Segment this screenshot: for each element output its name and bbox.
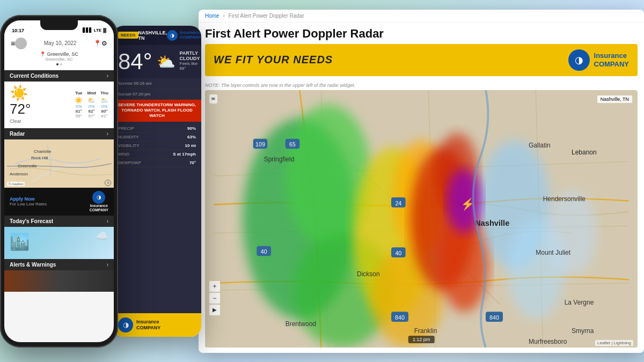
phone-frame: 10:17 ▋▋▋ LTE ▓ ≡ May 10, 2022 📍 ⚙ 📍: [0, 15, 118, 348]
radar-map[interactable]: Charlotte Rock Hill Greenville Anderson …: [4, 139, 114, 188]
ad-banner[interactable]: Apply Now For Low Low Rates ◑ InsuranceC…: [4, 188, 114, 216]
zoom-out-button[interactable]: −: [209, 293, 220, 304]
website-ad-logo-text: InsuranceCOMPANY: [594, 51, 629, 68]
todays-forecast-header[interactable]: Today's Forecast ›: [4, 216, 114, 227]
mid-conditions: PARTLY CLOUDY Feels like 88°: [180, 50, 200, 71]
mid-humidity-row: HUMIDITY 63%: [118, 133, 196, 142]
radar-nashville-label: Nashville, TN: [597, 95, 632, 103]
play-button[interactable]: ▶: [209, 305, 220, 315]
breadcrumb-home[interactable]: Home: [205, 13, 219, 19]
radar-timestamp: 1:12 pm: [408, 336, 435, 343]
svg-text:65: 65: [289, 141, 296, 147]
radar-legend: ✉: [209, 94, 217, 104]
radar-attribution: Leaflet | Lightning: [595, 340, 633, 346]
location-pin-icon[interactable]: 📍: [93, 40, 101, 47]
mid-ad-text: InsuranceCOMPANY: [136, 319, 160, 331]
hamburger-icon[interactable]: ≡: [11, 39, 15, 48]
website-ad-logo: ◑ InsuranceCOMPANY: [568, 49, 629, 71]
status-icons: ▋▋▋ LTE ▓: [83, 28, 106, 33]
needs-badge: NEEDS: [118, 32, 138, 39]
forecast-wed: Wed ⛅ 0% 82° 57°: [87, 91, 96, 119]
insurance-logo-text: InsuranceCOMPANY: [90, 204, 108, 213]
alerts-image: [4, 270, 114, 292]
forecast-image: 🏙️ ☁️: [4, 227, 114, 259]
svg-text:Dickson: Dickson: [357, 270, 380, 277]
mid-weather: 84° ⛅ PARTLY CLOUDY Feels like 88°: [113, 45, 201, 78]
insurance-logo-icon: ◑: [92, 191, 105, 204]
signal-icon: ▋▋▋: [83, 28, 92, 33]
radar-controls[interactable]: + − ▶: [209, 281, 220, 315]
charlotte-label: Charlotte: [34, 149, 51, 154]
svg-text:Gallatin: Gallatin: [529, 141, 551, 149]
phone-location: 📍 Greenville, SC: [40, 51, 78, 57]
svg-text:40: 40: [261, 248, 267, 255]
svg-text:Springfield: Springfield: [264, 156, 295, 163]
breadcrumb-current: First Alert Power Doppler Radar: [229, 13, 304, 19]
dot-2: [60, 63, 62, 65]
anderson-label: Anderson: [10, 172, 28, 176]
info-icon[interactable]: ℹ: [105, 180, 111, 186]
phone-notch: [40, 20, 78, 30]
middle-phone: NEEDS NASHVILLE, TN ◑ InsuranceCOMPANY 8…: [113, 26, 201, 337]
svg-text:840: 840: [489, 314, 499, 321]
forecast-thu: Thu 🌥️ 0% 80° 61°: [100, 91, 108, 119]
mid-temperature: 84°: [118, 50, 152, 73]
svg-text:Lebanon: Lebanon: [572, 149, 597, 156]
mid-ad-logo-icon: ◑: [118, 317, 133, 333]
mapbox-logo: © mapbox: [7, 182, 25, 186]
mid-logo-text: InsuranceCOMPANY: [180, 31, 201, 40]
mid-ad-banner[interactable]: ◑ InsuranceCOMPANY: [113, 313, 201, 337]
radar-note: NOTE: The layer controls are now in the …: [199, 80, 644, 90]
current-conditions-body: ☀️ 72° Clear Tue ☀️ 0% 81° 55° Wed ⛅: [4, 82, 114, 128]
gear-icon[interactable]: ⚙: [101, 40, 107, 47]
avatar[interactable]: [15, 38, 27, 49]
alerts-header[interactable]: Alerts & Warnings ›: [4, 259, 114, 270]
right-website-panel: Home › First Alert Power Doppler Radar F…: [199, 10, 644, 353]
mid-sunset: Sunset 07:20 pm: [113, 89, 201, 100]
svg-text:Nashville: Nashville: [475, 219, 509, 227]
website-ad-banner[interactable]: WE FIT YOUR NEEDS ◑ InsuranceCOMPANY: [205, 44, 638, 76]
current-conditions-header[interactable]: Current Conditions ›: [4, 70, 114, 82]
svg-text:840: 840: [395, 314, 405, 321]
svg-text:Mount Juliet: Mount Juliet: [536, 248, 570, 256]
svg-text:40: 40: [395, 250, 401, 256]
tue-sun-icon: ☀️: [75, 97, 83, 104]
mid-location: NASHVILLE, TN: [138, 30, 167, 41]
mid-warning: SEVERE THUNDERSTORM WARNING, TORNADO WAT…: [113, 100, 201, 122]
radar-header[interactable]: Radar ›: [4, 128, 114, 139]
rock-hill-label: Rock Hill: [31, 156, 48, 160]
breadcrumb: Home › First Alert Power Doppler Radar: [199, 10, 644, 23]
mid-detail-row: PRECIP 90%: [118, 124, 196, 133]
mid-dewpoint-row: DEWPOINT 70°: [118, 159, 196, 167]
battery-icon: ▓: [103, 28, 106, 33]
location-pin-small-icon: 📍: [40, 51, 47, 57]
temperature: 72°: [10, 101, 31, 117]
ad-headline: WE FIT YOUR NEEDS: [214, 54, 333, 66]
mid-header: NEEDS NASHVILLE, TN ◑ InsuranceCOMPANY: [113, 26, 201, 45]
mid-ad-logo: ◑: [118, 317, 133, 333]
page-title: First Alert Power Doppler Radar: [199, 23, 644, 44]
left-phone: 10:17 ▋▋▋ LTE ▓ ≡ May 10, 2022 📍 ⚙ 📍: [0, 15, 118, 348]
website-ad-logo-icon: ◑: [568, 49, 590, 71]
svg-rect-2: [4, 270, 114, 292]
breadcrumb-separator: ›: [223, 13, 226, 19]
svg-text:La Vergne: La Vergne: [565, 299, 594, 306]
radar-large[interactable]: ⚡ Nashville Springfield Gallatin Henders…: [205, 90, 638, 348]
svg-text:24: 24: [395, 200, 401, 206]
ad-text: Apply Now For Low Low Rates: [10, 196, 86, 206]
status-time: 10:17: [12, 28, 24, 33]
dot-1: [56, 63, 58, 65]
svg-text:Brentwood: Brentwood: [286, 320, 316, 328]
svg-text:Franklin: Franklin: [414, 327, 437, 335]
radar-visualization: ⚡ Nashville Springfield Gallatin Henders…: [205, 90, 638, 348]
zoom-in-button[interactable]: +: [209, 281, 220, 292]
page-dots: [56, 63, 62, 65]
svg-text:Murfreesboro: Murfreesboro: [529, 338, 567, 345]
mid-logo-icon: ◑: [167, 30, 178, 41]
phone-date: May 10, 2022: [27, 40, 93, 46]
mid-visibility-row: VISIBILITY 10 mi: [118, 142, 196, 150]
sun-icon: ☀️: [10, 86, 31, 101]
wed-cloud-icon: ⛅: [87, 97, 96, 104]
envelope-icon: ✉: [211, 97, 215, 101]
condition: Clear: [10, 119, 31, 124]
